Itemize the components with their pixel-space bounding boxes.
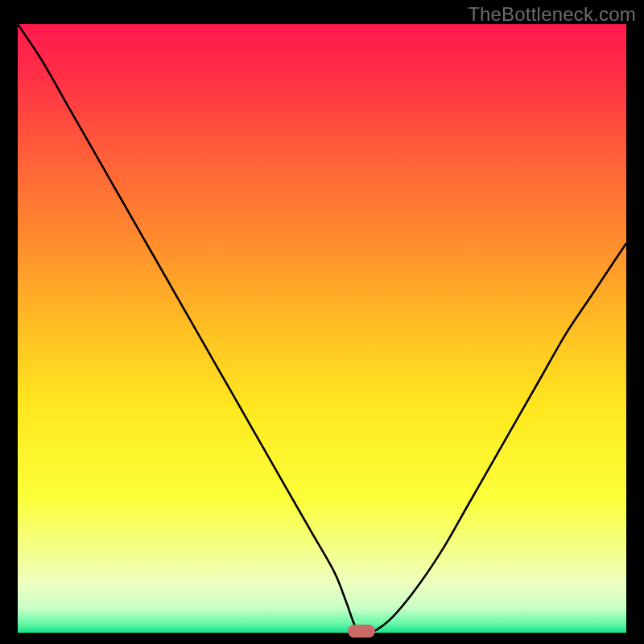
plot-background — [18, 24, 626, 633]
bottleneck-plot — [18, 24, 626, 633]
chart-frame: TheBottleneck.com — [0, 0, 644, 644]
watermark-text: TheBottleneck.com — [468, 3, 636, 26]
optimal-marker — [348, 625, 375, 638]
